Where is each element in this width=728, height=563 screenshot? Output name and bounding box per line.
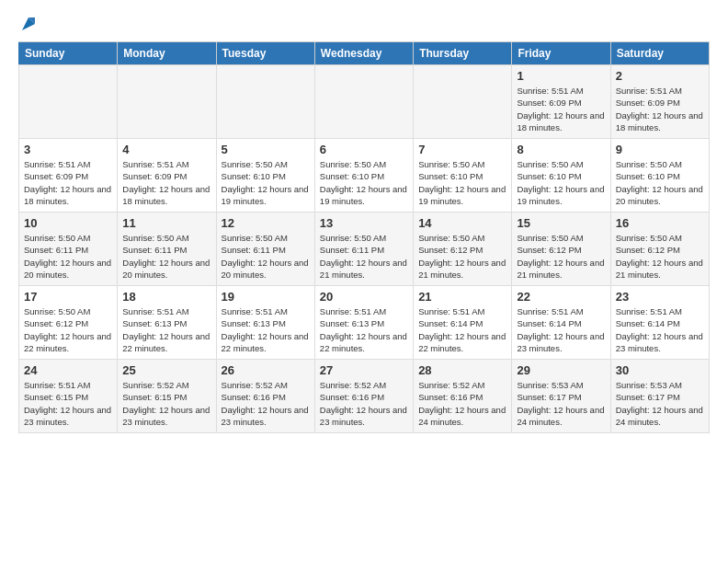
calendar-cell — [314, 65, 413, 139]
day-number: 17 — [24, 290, 112, 304]
day-number: 5 — [222, 143, 310, 156]
calendar-cell: 27Sunrise: 5:52 AM Sunset: 6:16 PM Dayli… — [314, 360, 413, 433]
calendar-cell: 30Sunrise: 5:53 AM Sunset: 6:17 PM Dayli… — [610, 360, 709, 433]
day-info: Sunrise: 5:50 AM Sunset: 6:10 PM Dayligh… — [517, 158, 605, 207]
day-info: Sunrise: 5:52 AM Sunset: 6:15 PM Dayligh… — [122, 379, 210, 428]
weekday-header: Monday — [118, 42, 216, 65]
day-info: Sunrise: 5:51 AM Sunset: 6:14 PM Dayligh… — [517, 305, 605, 354]
day-info: Sunrise: 5:50 AM Sunset: 6:11 PM Dayligh… — [24, 232, 112, 281]
calendar-cell — [216, 65, 314, 139]
day-info: Sunrise: 5:52 AM Sunset: 6:16 PM Dayligh… — [320, 379, 408, 428]
day-info: Sunrise: 5:50 AM Sunset: 6:11 PM Dayligh… — [320, 232, 408, 281]
day-info: Sunrise: 5:50 AM Sunset: 6:10 PM Dayligh… — [222, 158, 310, 207]
calendar-cell: 6Sunrise: 5:50 AM Sunset: 6:10 PM Daylig… — [314, 139, 413, 213]
calendar-cell: 2Sunrise: 5:51 AM Sunset: 6:09 PM Daylig… — [610, 65, 709, 139]
day-info: Sunrise: 5:50 AM Sunset: 6:10 PM Dayligh… — [616, 158, 704, 207]
calendar-cell: 19Sunrise: 5:51 AM Sunset: 6:13 PM Dayli… — [216, 286, 314, 360]
calendar-cell: 20Sunrise: 5:51 AM Sunset: 6:13 PM Dayli… — [314, 286, 413, 360]
day-number: 13 — [320, 216, 408, 230]
day-number: 3 — [24, 143, 112, 156]
calendar-cell: 4Sunrise: 5:51 AM Sunset: 6:09 PM Daylig… — [118, 139, 216, 213]
day-info: Sunrise: 5:51 AM Sunset: 6:09 PM Dayligh… — [122, 158, 210, 207]
day-number: 2 — [616, 69, 704, 83]
day-info: Sunrise: 5:50 AM Sunset: 6:10 PM Dayligh… — [320, 158, 408, 207]
day-info: Sunrise: 5:51 AM Sunset: 6:13 PM Dayligh… — [320, 305, 408, 354]
day-number: 22 — [517, 290, 605, 304]
calendar-header-row: SundayMondayTuesdayWednesdayThursdayFrid… — [19, 42, 710, 65]
day-number: 14 — [418, 216, 506, 230]
calendar-cell — [19, 65, 118, 139]
day-info: Sunrise: 5:51 AM Sunset: 6:09 PM Dayligh… — [616, 85, 704, 133]
calendar-cell: 12Sunrise: 5:50 AM Sunset: 6:11 PM Dayli… — [216, 213, 314, 286]
calendar-cell: 17Sunrise: 5:50 AM Sunset: 6:12 PM Dayli… — [19, 286, 118, 360]
day-number: 23 — [616, 290, 704, 304]
header — [18, 14, 710, 34]
calendar-cell: 5Sunrise: 5:50 AM Sunset: 6:10 PM Daylig… — [216, 139, 314, 213]
day-info: Sunrise: 5:51 AM Sunset: 6:13 PM Dayligh… — [222, 305, 310, 354]
calendar-cell: 3Sunrise: 5:51 AM Sunset: 6:09 PM Daylig… — [19, 139, 118, 213]
day-number: 7 — [418, 143, 506, 156]
calendar-week-row: 10Sunrise: 5:50 AM Sunset: 6:11 PM Dayli… — [19, 213, 710, 286]
day-info: Sunrise: 5:52 AM Sunset: 6:16 PM Dayligh… — [222, 379, 310, 428]
day-info: Sunrise: 5:51 AM Sunset: 6:15 PM Dayligh… — [24, 379, 112, 428]
calendar-cell: 26Sunrise: 5:52 AM Sunset: 6:16 PM Dayli… — [216, 360, 314, 433]
day-info: Sunrise: 5:51 AM Sunset: 6:09 PM Dayligh… — [517, 85, 605, 133]
day-info: Sunrise: 5:50 AM Sunset: 6:12 PM Dayligh… — [616, 232, 704, 281]
day-info: Sunrise: 5:52 AM Sunset: 6:16 PM Dayligh… — [418, 379, 506, 428]
weekday-header: Sunday — [19, 42, 118, 65]
calendar-cell: 22Sunrise: 5:51 AM Sunset: 6:14 PM Dayli… — [512, 286, 610, 360]
day-info: Sunrise: 5:53 AM Sunset: 6:17 PM Dayligh… — [616, 379, 704, 428]
day-number: 29 — [517, 363, 605, 377]
day-number: 26 — [222, 363, 310, 377]
day-info: Sunrise: 5:50 AM Sunset: 6:11 PM Dayligh… — [122, 232, 210, 281]
calendar-cell: 8Sunrise: 5:50 AM Sunset: 6:10 PM Daylig… — [512, 139, 610, 213]
day-number: 9 — [616, 143, 704, 156]
calendar-cell: 10Sunrise: 5:50 AM Sunset: 6:11 PM Dayli… — [19, 213, 118, 286]
calendar-cell: 24Sunrise: 5:51 AM Sunset: 6:15 PM Dayli… — [19, 360, 118, 433]
day-info: Sunrise: 5:50 AM Sunset: 6:12 PM Dayligh… — [24, 305, 112, 354]
calendar-cell: 1Sunrise: 5:51 AM Sunset: 6:09 PM Daylig… — [512, 65, 610, 139]
day-number: 11 — [122, 216, 210, 230]
calendar-cell: 13Sunrise: 5:50 AM Sunset: 6:11 PM Dayli… — [314, 213, 413, 286]
calendar-cell: 15Sunrise: 5:50 AM Sunset: 6:12 PM Dayli… — [512, 213, 610, 286]
weekday-header: Tuesday — [216, 42, 314, 65]
day-info: Sunrise: 5:50 AM Sunset: 6:11 PM Dayligh… — [222, 232, 310, 281]
day-number: 12 — [222, 216, 310, 230]
calendar-week-row: 17Sunrise: 5:50 AM Sunset: 6:12 PM Dayli… — [19, 286, 710, 360]
calendar-cell: 16Sunrise: 5:50 AM Sunset: 6:12 PM Dayli… — [610, 213, 709, 286]
weekday-header: Saturday — [610, 42, 709, 65]
day-info: Sunrise: 5:50 AM Sunset: 6:10 PM Dayligh… — [418, 158, 506, 207]
calendar-cell: 7Sunrise: 5:50 AM Sunset: 6:10 PM Daylig… — [414, 139, 512, 213]
day-number: 16 — [616, 216, 704, 230]
day-number: 28 — [418, 363, 506, 377]
calendar-cell: 18Sunrise: 5:51 AM Sunset: 6:13 PM Dayli… — [118, 286, 216, 360]
calendar-cell: 29Sunrise: 5:53 AM Sunset: 6:17 PM Dayli… — [512, 360, 610, 433]
logo — [18, 14, 39, 34]
calendar-cell: 14Sunrise: 5:50 AM Sunset: 6:12 PM Dayli… — [414, 213, 512, 286]
day-number: 18 — [122, 290, 210, 304]
calendar-week-row: 1Sunrise: 5:51 AM Sunset: 6:09 PM Daylig… — [19, 65, 710, 139]
day-number: 20 — [320, 290, 408, 304]
calendar-week-row: 3Sunrise: 5:51 AM Sunset: 6:09 PM Daylig… — [19, 139, 710, 213]
weekday-header: Wednesday — [314, 42, 413, 65]
weekday-header: Thursday — [414, 42, 512, 65]
day-number: 8 — [517, 143, 605, 156]
day-number: 27 — [320, 363, 408, 377]
day-number: 19 — [222, 290, 310, 304]
day-number: 15 — [517, 216, 605, 230]
day-info: Sunrise: 5:50 AM Sunset: 6:12 PM Dayligh… — [418, 232, 506, 281]
day-info: Sunrise: 5:51 AM Sunset: 6:13 PM Dayligh… — [122, 305, 210, 354]
page: SundayMondayTuesdayWednesdayThursdayFrid… — [0, 0, 728, 447]
logo-icon — [18, 14, 39, 34]
day-info: Sunrise: 5:53 AM Sunset: 6:17 PM Dayligh… — [517, 379, 605, 428]
day-number: 4 — [122, 143, 210, 156]
calendar-cell: 21Sunrise: 5:51 AM Sunset: 6:14 PM Dayli… — [414, 286, 512, 360]
day-number: 21 — [418, 290, 506, 304]
day-number: 25 — [122, 363, 210, 377]
logo-flag — [18, 14, 39, 34]
day-number: 10 — [24, 216, 112, 230]
calendar-cell — [118, 65, 216, 139]
calendar-week-row: 24Sunrise: 5:51 AM Sunset: 6:15 PM Dayli… — [19, 360, 710, 433]
day-number: 1 — [517, 69, 605, 83]
day-info: Sunrise: 5:51 AM Sunset: 6:14 PM Dayligh… — [418, 305, 506, 354]
